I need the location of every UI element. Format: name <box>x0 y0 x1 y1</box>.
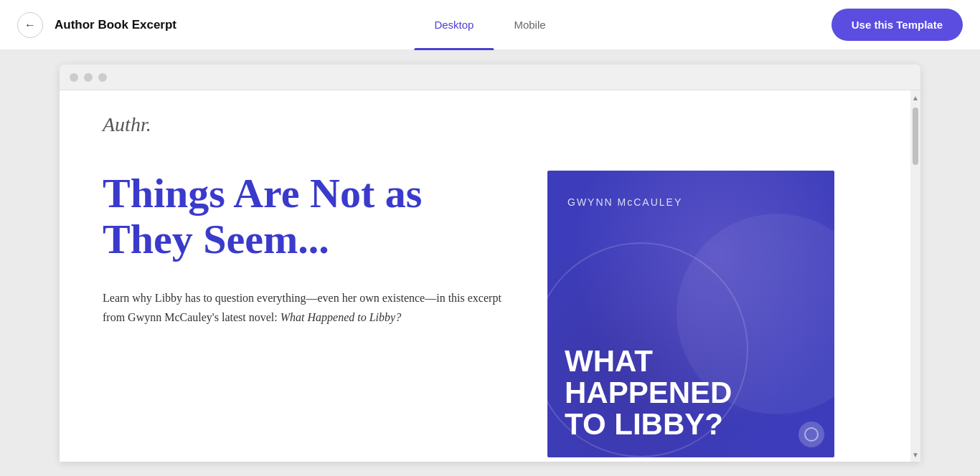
cover-title: WHAT HAPPENED TO LIBBY? <box>565 346 817 440</box>
website-content: ▲ ▼ Authr. Things Are Not as They Seem..… <box>60 90 920 462</box>
site-logo: Authr. <box>103 113 877 136</box>
scrollbar-track[interactable]: ▲ ▼ <box>910 90 920 462</box>
browser-dot-red <box>70 73 78 82</box>
cover-author: GWYNN McCAULEY <box>567 196 682 208</box>
cover-badge-inner <box>804 427 819 442</box>
scroll-up-button[interactable]: ▲ <box>910 90 920 105</box>
browser-dot-yellow <box>84 73 93 82</box>
scrollbar-thumb[interactable] <box>913 108 918 165</box>
use-template-button[interactable]: Use this Template <box>831 9 963 41</box>
book-description: Learn why Libby has to question everythi… <box>103 288 504 327</box>
preview-area: ▲ ▼ Authr. Things Are Not as They Seem..… <box>0 50 980 476</box>
browser-toolbar <box>60 65 920 90</box>
text-column: Things Are Not as They Seem... Learn why… <box>103 171 504 327</box>
back-arrow-icon: ← <box>24 19 36 32</box>
browser-dot-green <box>98 73 107 82</box>
back-button[interactable]: ← <box>17 12 43 38</box>
tab-mobile[interactable]: Mobile <box>494 0 565 50</box>
topbar: ← Author Book Excerpt Desktop Mobile Use… <box>0 0 980 50</box>
cover-badge <box>798 422 824 447</box>
scroll-down-button[interactable]: ▼ <box>910 447 920 462</box>
book-cover: GWYNN McCAULEY WHAT HAPPENED TO LIBBY? <box>547 171 834 457</box>
browser-window: ▲ ▼ Authr. Things Are Not as They Seem..… <box>60 65 920 462</box>
main-content-row: Things Are Not as They Seem... Learn why… <box>103 171 877 457</box>
page-title: Author Book Excerpt <box>55 18 176 32</box>
tab-desktop[interactable]: Desktop <box>414 0 494 50</box>
book-title: Things Are Not as They Seem... <box>103 171 504 262</box>
book-cover-container: GWYNN McCAULEY WHAT HAPPENED TO LIBBY? <box>547 171 849 457</box>
view-tabs: Desktop Mobile <box>414 0 565 50</box>
